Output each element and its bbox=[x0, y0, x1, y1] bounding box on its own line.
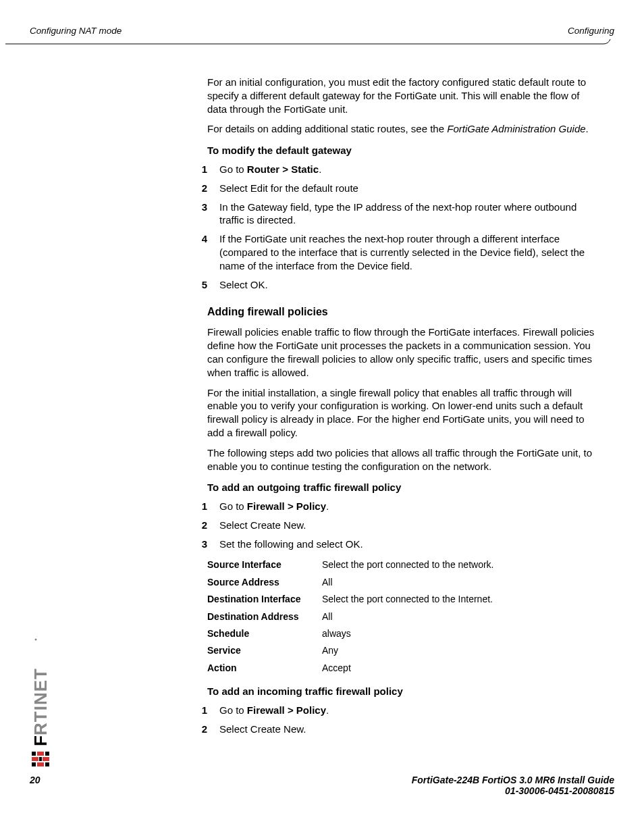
svg-rect-3 bbox=[37, 752, 44, 756]
step-num: 4 bbox=[179, 232, 219, 272]
steps-outgoing: 1Go to Firewall > Policy. 2Select Create… bbox=[207, 500, 596, 550]
step-text: In the Gateway field, type the IP addres… bbox=[219, 201, 596, 228]
svg-point-11 bbox=[35, 639, 37, 641]
setting-key: Service bbox=[207, 642, 322, 659]
svg-rect-2 bbox=[43, 757, 49, 761]
steps-incoming: 1Go to Firewall > Policy. 2Select Create… bbox=[207, 704, 596, 736]
svg-rect-0 bbox=[37, 762, 44, 766]
setting-val: All bbox=[322, 573, 494, 590]
fortinet-logo-icon: F RTINET . bbox=[32, 631, 49, 766]
svg-text:.: . bbox=[34, 636, 38, 637]
intro-p2b: . bbox=[586, 123, 589, 134]
header-left: Configuring NAT mode bbox=[30, 26, 122, 36]
svg-text:RTINET: RTINET bbox=[32, 668, 49, 735]
header-rule bbox=[5, 39, 617, 49]
table-row: Destination AddressAll bbox=[207, 608, 494, 625]
heading-firewall: Adding firewall policies bbox=[207, 305, 596, 319]
header-right: Configuring bbox=[568, 26, 614, 36]
page-number: 20 bbox=[30, 775, 41, 785]
table-row: Schedulealways bbox=[207, 625, 494, 642]
table-row: Destination InterfaceSelect the port con… bbox=[207, 591, 494, 608]
svg-text:F: F bbox=[32, 735, 49, 746]
setting-key: Source Address bbox=[207, 573, 322, 590]
step-num: 3 bbox=[179, 201, 219, 228]
heading-modify-gateway: To modify the default gateway bbox=[207, 144, 596, 157]
step-text: Set the following and select OK. bbox=[219, 538, 596, 551]
step-num: 2 bbox=[179, 182, 219, 195]
heading-outgoing: To add an outgoing traffic firewall poli… bbox=[207, 481, 596, 494]
svg-rect-1 bbox=[32, 757, 38, 761]
table-row: ServiceAny bbox=[207, 642, 494, 659]
step-text: Select Create New. bbox=[219, 519, 596, 532]
setting-val: Select the port connected to the Interne… bbox=[322, 591, 494, 608]
step-num: 1 bbox=[179, 500, 219, 513]
svg-rect-4 bbox=[32, 762, 36, 766]
intro-p1: For an initial configuration, you must e… bbox=[207, 76, 596, 115]
step-text: Select Create New. bbox=[219, 723, 596, 736]
step-text: If the FortiGate unit reaches the next-h… bbox=[219, 232, 596, 272]
table-row: Source AddressAll bbox=[207, 573, 494, 590]
svg-rect-8 bbox=[39, 757, 42, 761]
step-num: 1 bbox=[179, 704, 219, 717]
steps-modify-gateway: 1Go to Router > Static. 2Select Edit for… bbox=[207, 163, 596, 291]
setting-key: Schedule bbox=[207, 625, 322, 642]
step-num: 2 bbox=[179, 723, 219, 736]
table-row: Source InterfaceSelect the port connecte… bbox=[207, 556, 494, 573]
setting-val: always bbox=[322, 625, 494, 642]
intro-p2: For details on adding additional static … bbox=[207, 122, 596, 136]
setting-key: Destination Interface bbox=[207, 591, 322, 608]
setting-val: Any bbox=[322, 642, 494, 659]
svg-rect-5 bbox=[32, 752, 36, 756]
step-text: Go to Firewall > Policy. bbox=[219, 500, 596, 513]
setting-key: Source Interface bbox=[207, 556, 322, 573]
step-text: Go to Router > Static. bbox=[219, 163, 596, 176]
step-num: 5 bbox=[179, 278, 219, 292]
footer-line2: 01-30006-0451-20080815 bbox=[505, 785, 614, 796]
svg-rect-7 bbox=[45, 752, 49, 756]
intro-p2em: FortiGate Administration Guide bbox=[447, 123, 585, 134]
table-row: ActionAccept bbox=[207, 659, 494, 676]
step-text: Select Edit for the default route bbox=[219, 182, 596, 195]
setting-val: Accept bbox=[322, 659, 494, 676]
footer-line1: FortiGate-224B FortiOS 3.0 MR6 Install G… bbox=[412, 775, 614, 785]
step-num: 2 bbox=[179, 519, 219, 532]
step-num: 1 bbox=[179, 163, 219, 176]
step-text: Select OK. bbox=[219, 278, 596, 292]
setting-val: All bbox=[322, 608, 494, 625]
setting-key: Action bbox=[207, 659, 322, 676]
heading-incoming: To add an incoming traffic firewall poli… bbox=[207, 685, 596, 698]
step-num: 3 bbox=[179, 538, 219, 551]
settings-table: Source InterfaceSelect the port connecte… bbox=[207, 556, 494, 677]
svg-rect-6 bbox=[45, 762, 49, 766]
intro-p2a: For details on adding additional static … bbox=[207, 123, 447, 134]
firewall-p1: Firewall policies enable traffic to flow… bbox=[207, 325, 596, 379]
setting-key: Destination Address bbox=[207, 608, 322, 625]
step-text: Go to Firewall > Policy. bbox=[219, 704, 596, 717]
firewall-p2: For the initial installation, a single f… bbox=[207, 386, 596, 440]
firewall-p3: The following steps add two policies tha… bbox=[207, 446, 596, 473]
setting-val: Select the port connected to the network… bbox=[322, 556, 494, 573]
